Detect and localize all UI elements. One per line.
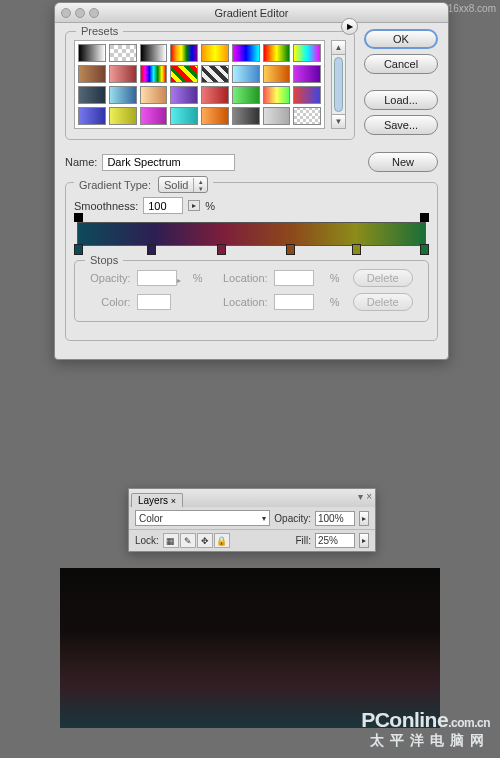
location-label: Location: xyxy=(216,272,268,284)
presets-scrollbar[interactable]: ▲ ▼ xyxy=(331,40,346,129)
name-label: Name: xyxy=(65,156,97,168)
gradient-editor-dialog: Gradient Editor OK Cancel Load... Save..… xyxy=(54,2,449,360)
preset-swatch[interactable] xyxy=(293,107,321,125)
layer-fill-input[interactable]: 25% xyxy=(315,533,355,548)
preset-swatch[interactable] xyxy=(170,86,198,104)
lock-label: Lock: xyxy=(135,535,159,546)
opacity-label: Opacity: xyxy=(83,272,131,284)
layers-tab[interactable]: Layers × xyxy=(131,493,183,507)
stepper-icon: ▸ xyxy=(177,276,181,285)
scroll-thumb[interactable] xyxy=(334,57,343,112)
preset-swatch[interactable] xyxy=(170,107,198,125)
lock-transparency-icon[interactable]: ▦ xyxy=(163,533,179,548)
load-button[interactable]: Load... xyxy=(364,90,438,110)
preset-swatch[interactable] xyxy=(109,65,137,83)
layers-tabbar: Layers × ▾ × xyxy=(129,489,375,507)
delete-opacity-stop-button: Delete xyxy=(353,269,413,287)
preset-swatch[interactable] xyxy=(140,86,168,104)
location-label: Location: xyxy=(216,296,268,308)
location-unit: % xyxy=(330,272,347,284)
dropdown-arrows-icon: ▴▾ xyxy=(193,178,207,192)
fill-label: Fill: xyxy=(295,535,311,546)
color-stop[interactable] xyxy=(147,244,156,255)
layer-opacity-input[interactable]: 100% xyxy=(315,511,355,526)
preset-swatch[interactable] xyxy=(201,107,229,125)
color-stop[interactable] xyxy=(286,244,295,255)
cancel-button[interactable]: Cancel xyxy=(364,54,438,74)
color-stop[interactable] xyxy=(420,244,429,255)
delete-color-stop-button: Delete xyxy=(353,293,413,311)
presets-legend: Presets xyxy=(76,25,123,37)
preset-swatch[interactable] xyxy=(263,107,291,125)
preset-swatch[interactable] xyxy=(109,107,137,125)
preset-swatch[interactable] xyxy=(232,86,260,104)
scroll-up-icon[interactable]: ▲ xyxy=(332,41,345,55)
preset-swatch[interactable] xyxy=(109,86,137,104)
presets-grid[interactable] xyxy=(74,40,325,129)
preset-swatch[interactable] xyxy=(170,44,198,62)
preset-swatch[interactable] xyxy=(140,107,168,125)
gradient-name-input[interactable] xyxy=(102,154,235,171)
watermark-bottom: PConline.com.cn 太平洋电脑网 xyxy=(361,708,490,750)
smoothness-input[interactable] xyxy=(143,197,183,214)
preset-swatch[interactable] xyxy=(232,44,260,62)
canvas-preview xyxy=(60,568,440,728)
gradient-type-select[interactable]: Solid ▴▾ xyxy=(158,176,208,193)
scroll-down-icon[interactable]: ▼ xyxy=(332,114,345,128)
smoothness-unit: % xyxy=(205,200,215,212)
opacity-stop[interactable] xyxy=(420,213,429,222)
preset-swatch[interactable] xyxy=(78,107,106,125)
preset-swatch[interactable] xyxy=(293,86,321,104)
traffic-lights[interactable] xyxy=(61,8,99,18)
stop-opacity-input xyxy=(137,270,177,286)
stop-color-well xyxy=(137,294,171,310)
preset-swatch[interactable] xyxy=(140,44,168,62)
dialog-title: Gradient Editor xyxy=(215,7,289,19)
preset-swatch[interactable] xyxy=(293,44,321,62)
preset-swatch[interactable] xyxy=(140,65,168,83)
preset-swatch[interactable] xyxy=(293,65,321,83)
new-button[interactable]: New xyxy=(368,152,438,172)
color-stop[interactable] xyxy=(217,244,226,255)
lock-all-icon[interactable]: 🔒 xyxy=(214,533,230,548)
gradient-type-value: Solid xyxy=(159,179,193,191)
preset-swatch[interactable] xyxy=(78,65,106,83)
color-stop[interactable] xyxy=(352,244,361,255)
preset-swatch[interactable] xyxy=(201,86,229,104)
save-button[interactable]: Save... xyxy=(364,115,438,135)
close-tab-icon[interactable]: × xyxy=(171,496,176,506)
preset-swatch[interactable] xyxy=(78,44,106,62)
gradient-preview-bar[interactable] xyxy=(77,222,426,246)
dialog-titlebar[interactable]: Gradient Editor xyxy=(55,3,448,23)
presets-menu-icon[interactable]: ▶ xyxy=(341,18,358,35)
color-stop[interactable] xyxy=(74,244,83,255)
gradient-type-label: Gradient Type: xyxy=(79,179,151,191)
layers-panel: Layers × ▾ × Color▾ Opacity: 100% ▸ Lock… xyxy=(128,488,376,552)
stop-location-input xyxy=(274,270,314,286)
preset-swatch[interactable] xyxy=(170,65,198,83)
preset-swatch[interactable] xyxy=(232,65,260,83)
preset-swatch[interactable] xyxy=(109,44,137,62)
opacity-label: Opacity: xyxy=(274,513,311,524)
location-unit: % xyxy=(330,296,347,308)
stops-legend: Stops xyxy=(85,254,123,266)
ok-button[interactable]: OK xyxy=(364,29,438,49)
fill-stepper-icon[interactable]: ▸ xyxy=(359,533,369,548)
opacity-stepper-icon[interactable]: ▸ xyxy=(359,511,369,526)
preset-swatch[interactable] xyxy=(263,86,291,104)
blend-mode-select[interactable]: Color▾ xyxy=(135,510,270,526)
lock-position-icon[interactable]: ✥ xyxy=(197,533,213,548)
preset-swatch[interactable] xyxy=(263,44,291,62)
preset-swatch[interactable] xyxy=(78,86,106,104)
lock-pixels-icon[interactable]: ✎ xyxy=(180,533,196,548)
dropdown-icon: ▾ xyxy=(262,514,266,523)
preset-swatch[interactable] xyxy=(201,65,229,83)
color-label: Color: xyxy=(83,296,131,308)
smoothness-stepper-icon[interactable]: ▸ xyxy=(188,200,200,211)
preset-swatch[interactable] xyxy=(232,107,260,125)
panel-menu-icon[interactable]: ▾ × xyxy=(358,491,372,502)
preset-swatch[interactable] xyxy=(201,44,229,62)
stop-location-input xyxy=(274,294,314,310)
opacity-stop[interactable] xyxy=(74,213,83,222)
preset-swatch[interactable] xyxy=(263,65,291,83)
